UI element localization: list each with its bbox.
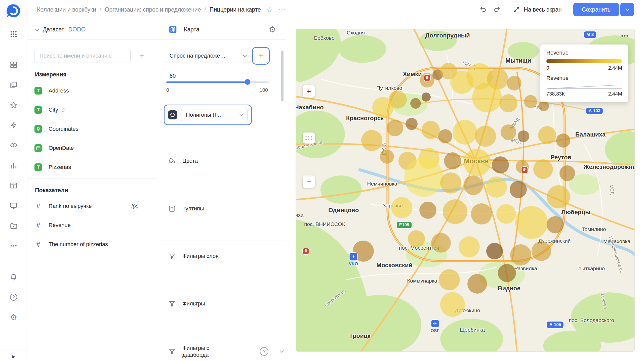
airport-poi[interactable]: ✈VKO xyxy=(349,252,358,266)
airport-icon: ✈ xyxy=(349,252,358,261)
apps-grid-icon[interactable] xyxy=(8,29,19,40)
map-legend: Revenue 0 2,44M Revenue 738,83К 2,44M xyxy=(540,44,628,102)
settings-scrollbar-thumb[interactable] xyxy=(281,51,284,101)
section-tooltips[interactable]: Тултипы xyxy=(157,201,286,217)
page-title: Пиццерии на карте xyxy=(210,6,261,13)
field-row-address[interactable]: T Address xyxy=(27,81,157,100)
layer-select[interactable]: Спрос на предложе… xyxy=(165,49,251,63)
add-layer-focus-ring: + xyxy=(252,47,270,65)
map-canvas[interactable]: СходняДолгопрудныйБрёховоМытищиХимкиПути… xyxy=(296,29,635,352)
favorite-star-icon[interactable]: ☆ xyxy=(266,6,272,14)
save-button[interactable]: Сохранить xyxy=(573,3,619,16)
slider-max-label: 100 xyxy=(260,87,268,93)
dataset-name-link[interactable]: DODO xyxy=(68,26,86,33)
string-type-icon: T xyxy=(34,106,42,114)
filter-icon xyxy=(168,300,176,307)
airport-code-label: VKO xyxy=(349,261,358,266)
dashboards-icon[interactable] xyxy=(8,59,19,70)
favorites-icon[interactable] xyxy=(8,100,19,111)
section-label: Фильтры слоя xyxy=(182,253,219,260)
relations-icon[interactable] xyxy=(8,140,19,151)
geotype-select-value: Полигоны (Г… xyxy=(186,112,223,118)
field-row-city[interactable]: T City xyxy=(27,100,157,119)
zoom-in-button[interactable]: + xyxy=(303,85,315,98)
add-layer-button[interactable]: + xyxy=(254,49,268,63)
section-label: Цвета xyxy=(182,157,198,164)
airport-code-label: OSF xyxy=(431,328,439,333)
chart-settings-gear-icon[interactable]: ⚙ xyxy=(269,25,276,33)
field-row-pizzerias[interactable]: T Pizzerias xyxy=(27,158,157,177)
tables-icon[interactable] xyxy=(8,180,19,191)
opacity-input[interactable]: 80 xyxy=(165,69,270,83)
divider xyxy=(157,193,286,193)
divider xyxy=(27,178,157,179)
collapse-rail-button[interactable]: ▶ xyxy=(0,350,27,362)
zoom-out-button[interactable]: − xyxy=(303,175,315,188)
help-icon[interactable]: ? xyxy=(8,292,19,303)
field-label: Pizzerias xyxy=(49,164,71,170)
section-filters[interactable]: Фильтры xyxy=(157,296,286,312)
redo-icon[interactable] xyxy=(493,5,501,14)
layer-select-value: Спрос на предложе… xyxy=(170,53,226,59)
save-split-button: Сохранить xyxy=(573,3,634,16)
settings-icon[interactable]: ⚙ xyxy=(8,312,19,323)
zoom-drag-handle[interactable] xyxy=(303,132,315,144)
section-colors[interactable]: Цвета xyxy=(157,153,286,169)
app-root: ? ⚙ ▶ Коллекции и воркбуки / Организации… xyxy=(0,0,644,362)
chart-type-header: Карта ⚙ xyxy=(157,19,286,40)
monitoring-icon[interactable] xyxy=(8,200,19,211)
field-search-input[interactable] xyxy=(34,49,131,63)
field-row-coordinates[interactable]: Coordinates xyxy=(27,119,157,139)
notifications-icon[interactable] xyxy=(8,272,19,283)
road-shield: А-103 xyxy=(586,108,603,114)
breadcrumb-collections[interactable]: Коллекции и воркбуки xyxy=(37,6,96,13)
chart-more-icon[interactable]: ⋯ xyxy=(278,6,286,14)
legend-size-min: 738,83К xyxy=(546,91,565,97)
fullscreen-label[interactable]: На весь экран xyxy=(524,6,562,13)
geotype-select[interactable]: Полигоны (Г… xyxy=(181,108,248,122)
connections-icon[interactable] xyxy=(8,120,19,131)
airport-icon: ✈ xyxy=(431,319,439,328)
string-type-icon: T xyxy=(34,163,42,171)
legend-color-min: 0 xyxy=(546,65,549,71)
filter-icon xyxy=(168,348,176,355)
save-menu-button[interactable] xyxy=(620,3,634,16)
chart-settings-panel: Карта ⚙ Спрос на предложе… + 80 0 100 По… xyxy=(157,19,286,362)
tooltip-icon xyxy=(168,205,176,212)
map-chart-icon[interactable] xyxy=(168,25,177,34)
legend-size-max: 2,44M xyxy=(608,91,622,97)
date-type-icon xyxy=(34,144,42,152)
legend-color-max: 2,44M xyxy=(608,65,622,71)
more-icon[interactable] xyxy=(8,240,19,251)
storage-icon[interactable] xyxy=(8,220,19,231)
topbar-actions: На весь экран Сохранить xyxy=(479,3,634,16)
collections-icon[interactable] xyxy=(8,79,19,90)
charts-icon[interactable] xyxy=(8,160,19,171)
field-search-row: + xyxy=(34,49,149,63)
field-row-rank[interactable]: # Rank по выручке f(x) xyxy=(27,197,157,216)
map-more-icon[interactable]: ⋯ xyxy=(621,31,629,40)
add-field-button[interactable]: + xyxy=(135,49,149,63)
airport-poi[interactable]: ✈OSF xyxy=(431,319,439,333)
opacity-slider-handle[interactable] xyxy=(245,79,250,85)
section-layer-filters[interactable]: Фильтры слоя xyxy=(157,248,286,264)
formula-icon: f(x) xyxy=(131,203,139,209)
section-label: Фильтры с дашборда xyxy=(182,345,228,358)
undo-icon[interactable] xyxy=(479,5,488,14)
help-circle-icon[interactable]: ? xyxy=(260,347,268,356)
dataset-collapse-chevron-icon[interactable] xyxy=(35,27,39,31)
field-row-opendate[interactable]: OpenDate xyxy=(27,139,157,158)
play-icon: ▶ xyxy=(12,354,15,359)
legend-size-triangle xyxy=(546,84,622,89)
link-icon xyxy=(61,107,66,112)
field-label: The number of pizzerias xyxy=(49,241,108,248)
divider xyxy=(157,146,286,146)
field-row-revenue[interactable]: # Revenue xyxy=(27,216,157,235)
field-row-pizzeria-count[interactable]: # The number of pizzerias xyxy=(27,235,157,254)
fullscreen-icon[interactable] xyxy=(512,5,521,14)
dimensions-list: T Address T City Coordinates Op xyxy=(27,81,157,177)
datalens-logo[interactable] xyxy=(6,3,21,19)
string-type-icon: T xyxy=(34,87,42,95)
breadcrumb-workbook[interactable]: Организации: спрос и предложение xyxy=(105,6,201,13)
divider xyxy=(157,336,286,336)
